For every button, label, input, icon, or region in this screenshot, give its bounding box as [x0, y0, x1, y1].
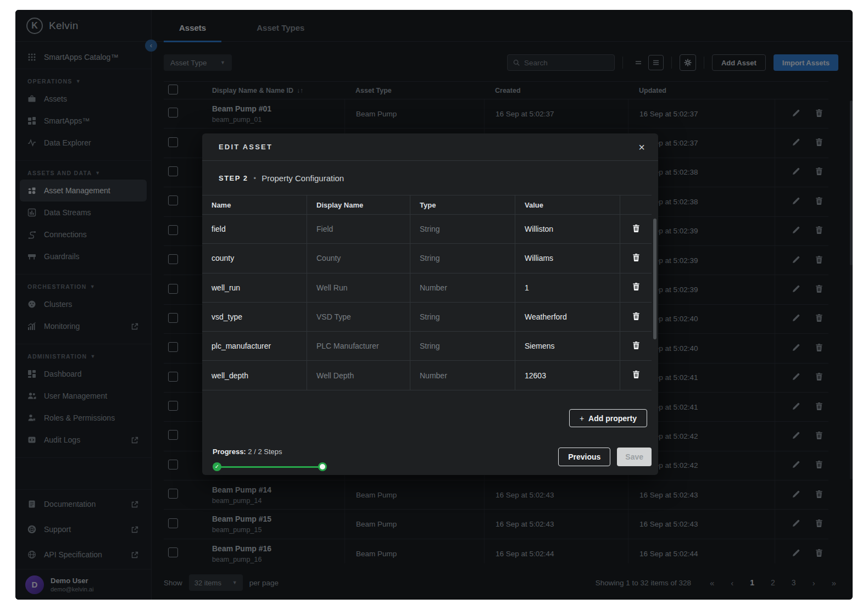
prop-column-name: Name: [202, 195, 307, 214]
property-display-name: Well Run: [307, 273, 410, 302]
prop-column-type: Type: [410, 195, 515, 214]
property-table: Name Display Name Type Value fieldFieldS…: [202, 195, 652, 390]
modal-scrollbar[interactable]: [653, 219, 656, 339]
property-row: plc_manufacturerPLC ManufacturerStringSi…: [202, 332, 652, 361]
progress-bar: ✓: [213, 462, 344, 471]
modal-title: EDIT ASSET: [219, 143, 272, 151]
trash-icon: [632, 341, 641, 350]
delete-property-button[interactable]: [630, 340, 642, 352]
property-row: vsd_typeVSD TypeStringWeatherford: [202, 303, 652, 332]
property-row: countyCountyStringWilliams: [202, 244, 652, 273]
property-display-name: VSD Type: [307, 303, 410, 331]
trash-icon: [632, 370, 641, 379]
trash-icon: [632, 253, 641, 262]
property-name: field: [202, 215, 307, 243]
delete-property-button[interactable]: [630, 282, 642, 294]
property-name: well_run: [202, 273, 307, 302]
delete-property-button[interactable]: [630, 223, 642, 235]
property-type: Number: [410, 273, 515, 302]
property-row: fieldFieldStringWilliston: [202, 215, 652, 244]
add-property-button[interactable]: +Add property: [569, 409, 647, 427]
progress-value: 2 / 2 Steps: [248, 448, 282, 456]
property-value: 12603: [515, 361, 620, 389]
property-row: well_depthWell DepthNumber12603: [202, 361, 652, 390]
trash-icon: [632, 224, 641, 233]
step-title: Property Configuration: [261, 174, 344, 183]
delete-property-button[interactable]: [630, 311, 642, 323]
property-type: String: [410, 303, 515, 331]
delete-property-button[interactable]: [630, 252, 642, 264]
property-value: Williams: [515, 244, 620, 272]
property-display-name: County: [307, 244, 410, 272]
step2-current-icon: [318, 462, 327, 471]
property-type: Number: [410, 361, 515, 389]
property-value: Siemens: [515, 332, 620, 360]
property-name: vsd_type: [202, 303, 307, 331]
delete-property-button[interactable]: [630, 370, 642, 382]
close-icon[interactable]: ×: [638, 142, 645, 153]
property-value: 1: [515, 273, 620, 302]
property-display-name: Field: [307, 215, 410, 243]
property-display-name: Well Depth: [307, 361, 410, 389]
property-row: well_runWell RunNumber1: [202, 273, 652, 303]
step-label: STEP 2: [219, 174, 248, 182]
prop-column-display-name: Display Name: [307, 195, 410, 214]
progress-indicator: Progress: 2 / 2 Steps ✓: [213, 448, 344, 471]
app-window: K Kelvin˙ SmartApps Catalog™ OPERATIONS▼…: [15, 10, 853, 600]
step-indicator: STEP 2 • Property Configuration: [202, 161, 658, 195]
modal-header: EDIT ASSET ×: [202, 133, 658, 161]
property-value: Weatherford: [515, 303, 620, 331]
step-separator: •: [254, 174, 257, 182]
progress-label: Progress:: [213, 448, 246, 456]
property-value: Williston: [515, 215, 620, 243]
property-name: well_depth: [202, 361, 307, 389]
step1-done-icon: ✓: [213, 462, 221, 471]
edit-asset-modal: EDIT ASSET × STEP 2 • Property Configura…: [202, 133, 658, 475]
property-type: String: [410, 332, 515, 360]
trash-icon: [632, 282, 641, 291]
plus-icon: +: [580, 414, 584, 423]
trash-icon: [632, 312, 641, 321]
property-type: String: [410, 215, 515, 243]
previous-button[interactable]: Previous: [558, 448, 610, 466]
property-name: county: [202, 244, 307, 272]
property-name: plc_manufacturer: [202, 332, 307, 360]
save-button[interactable]: Save: [617, 448, 652, 466]
prop-column-value: Value: [515, 195, 620, 214]
property-table-header: Name Display Name Type Value: [202, 195, 652, 215]
property-display-name: PLC Manufacturer: [307, 332, 410, 360]
property-type: String: [410, 244, 515, 272]
